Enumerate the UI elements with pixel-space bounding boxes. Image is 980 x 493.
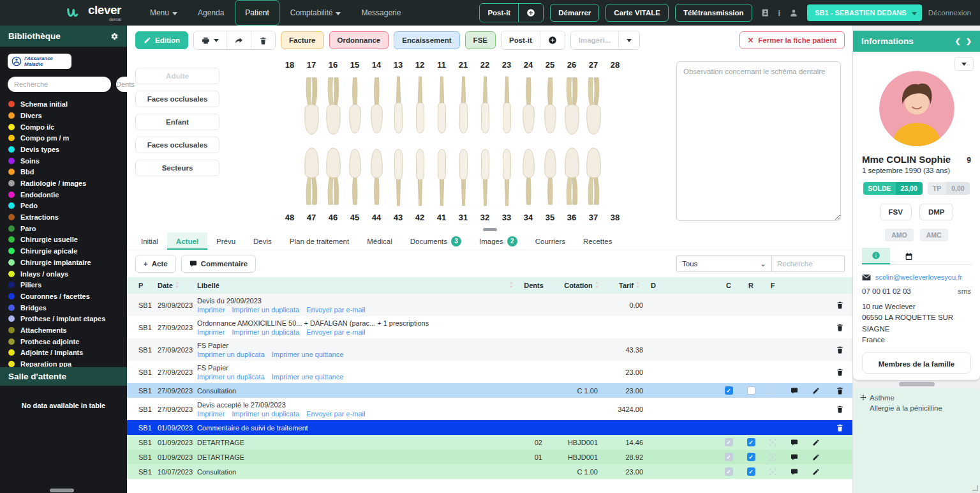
info-icon[interactable]: i — [778, 8, 781, 18]
observation-textarea[interactable] — [676, 61, 841, 221]
dents-button[interactable]: Dents — [116, 77, 135, 92]
view-button-faces-occlusales[interactable]: Faces occlusales — [135, 137, 219, 153]
tooth-32[interactable] — [474, 146, 496, 209]
checkbox-c-disabled[interactable] — [725, 467, 733, 476]
link-envoyer-par-e-mail[interactable]: Envoyer par e-mail — [306, 328, 365, 336]
trash-icon[interactable] — [836, 405, 844, 413]
encaissement-button[interactable]: Encaissement — [394, 31, 459, 49]
checkbox-r-checked[interactable] — [747, 467, 755, 476]
column-header-p[interactable]: P — [127, 282, 149, 289]
sidebar-item-paro[interactable]: Paro — [0, 223, 127, 234]
sidebar-item-chirurgie-implantaire[interactable]: Chirurgie implantaire — [0, 257, 127, 268]
tooth-14[interactable] — [366, 73, 387, 136]
sidebar-item-bbd[interactable]: Bbd — [0, 167, 127, 178]
move-icon[interactable] — [859, 394, 867, 402]
tooth-34[interactable] — [517, 146, 539, 209]
tooth-45[interactable] — [344, 146, 366, 209]
sidebar-item-attachements[interactable]: Attachements — [0, 324, 127, 336]
patient-photo[interactable] — [879, 71, 954, 146]
column-header-libelle[interactable]: Libellé — [191, 282, 516, 289]
teletransmission-button[interactable]: Télétransmission — [675, 4, 752, 22]
sidebar-item-inlays-onlays[interactable]: Inlays / onlays — [0, 268, 127, 280]
pencil-icon[interactable] — [812, 468, 820, 476]
tab-devis[interactable]: Devis — [244, 232, 281, 250]
link-imprimer-une-quittance[interactable]: Imprimer une quittance — [272, 351, 344, 358]
nav-comptabilit[interactable]: Comptabilité — [281, 0, 351, 26]
view-button-enfant[interactable]: Enfant — [135, 114, 219, 130]
link-envoyer-par-e-mail[interactable]: Envoyer par e-mail — [306, 306, 365, 314]
sidebar-item-radiologie-images[interactable]: Radiologie / images — [0, 178, 127, 189]
tab-pr-vu[interactable]: Prévu — [207, 232, 244, 250]
assurance-maladie-badge[interactable]: l'AssuranceMaladie — [8, 54, 71, 69]
tab-calendar[interactable] — [900, 248, 917, 264]
pencil-icon[interactable] — [812, 439, 820, 446]
link-imprimer-un-duplicata[interactable]: Imprimer un duplicata — [197, 351, 265, 358]
tab-m-dical[interactable]: Médical — [358, 232, 401, 250]
table-row[interactable]: SB101/09/2023DETARTRAGE01HBJD00128.92 — [127, 450, 852, 464]
imagerie-caret-button[interactable] — [618, 31, 639, 49]
panel-scrollbar[interactable] — [899, 382, 935, 386]
sidebar-item-extractions[interactable]: Extractions — [0, 211, 127, 223]
table-row[interactable]: SB101/09/2023Commentaire de suivi de tra… — [127, 420, 852, 435]
patient-card-dropdown-button[interactable] — [954, 57, 974, 71]
sidebar-scrollbar[interactable] — [50, 489, 74, 492]
demarrer-button[interactable]: Démarrer — [550, 4, 599, 22]
patient-email-link[interactable]: scolin@wecleverlovesyou.fr — [875, 273, 962, 281]
tooth-12[interactable] — [409, 73, 431, 136]
tooth-43[interactable] — [387, 146, 409, 209]
sidebar-item-chirurgie-apicale[interactable]: Chirurgie apicale — [0, 245, 127, 257]
postit-toolbar-button[interactable]: Post-it — [501, 31, 540, 49]
table-row[interactable]: SB110/07/2023ConsultationC 1.0023.00 — [127, 464, 852, 479]
sidebar-item-divers[interactable]: Divers — [0, 110, 127, 121]
checkbox-r-unchecked[interactable] — [747, 386, 755, 395]
target-icon[interactable] — [768, 467, 777, 476]
table-row[interactable]: SB127/09/2023Devis accepté le 27/09/2023… — [127, 398, 852, 420]
tooth-37[interactable] — [583, 146, 604, 209]
view-button-secteurs[interactable]: Secteurs — [135, 160, 219, 176]
table-row[interactable]: SB127/09/2023FS PapierImprimer un duplic… — [127, 361, 852, 383]
table-row[interactable]: SB127/09/2023FS PapierImprimer un duplic… — [127, 338, 852, 361]
add-acte-button[interactable]: +Acte — [135, 255, 176, 273]
target-icon[interactable] — [768, 438, 777, 447]
trash-icon[interactable] — [836, 368, 844, 376]
column-header-f[interactable]: F — [762, 282, 783, 289]
tooth-42[interactable] — [409, 146, 431, 209]
tooth-38[interactable] — [604, 146, 626, 209]
table-row[interactable]: SB127/09/2023ConsultationC 1.0023.00 — [127, 383, 852, 398]
link-imprimer[interactable]: Imprimer — [197, 328, 225, 336]
sidebar-item-compo-i-c[interactable]: Compo i/c — [0, 121, 127, 133]
tab-documents[interactable]: Documents3 — [401, 232, 470, 250]
sidebar-item-schema-initial[interactable]: Schema initial — [0, 98, 127, 110]
add-commentaire-button[interactable]: Commentaire — [181, 255, 256, 273]
logout-link[interactable]: Déconnexion — [928, 9, 971, 17]
sidebar-item-adjointe-implants[interactable]: Adjointe / implants — [0, 347, 127, 359]
sms-link[interactable]: sms — [958, 287, 971, 295]
carte-vitale-button[interactable]: Carte VITALE — [605, 4, 669, 22]
trash-icon[interactable] — [836, 386, 844, 395]
view-button-adulte[interactable]: Adulte — [135, 68, 219, 84]
trash-icon[interactable] — [836, 345, 844, 354]
chart-scrollbar[interactable] — [483, 228, 497, 231]
print-button[interactable] — [194, 31, 226, 49]
current-user-dropdown[interactable]: SB1 - SEBASTIEN DEDANS — [807, 4, 922, 21]
chevron-right-icon[interactable]: ❯ — [966, 37, 972, 45]
sidebar-item-prothese-implant-etapes[interactable]: Prothese / implant etapes — [0, 313, 127, 324]
checkbox-r-checked[interactable] — [747, 453, 755, 461]
tab-initial[interactable]: Initial — [132, 232, 167, 250]
table-row[interactable]: SB127/09/2023Ordonnance AMOXICILLINE 50.… — [127, 316, 852, 338]
checkbox-c-disabled[interactable] — [725, 453, 733, 461]
speech-bubble-icon[interactable] — [791, 439, 798, 446]
column-header-cotation[interactable]: Cotation — [551, 282, 612, 289]
nav-menu[interactable]: Menu — [140, 0, 187, 26]
tooth-26[interactable] — [561, 73, 583, 136]
speech-bubble-icon[interactable] — [791, 453, 798, 461]
table-row[interactable]: SB101/09/2023DETARTRAGE02HBJD00114.46 — [127, 435, 852, 450]
close-patient-file-button[interactable]: ✕ Fermer la fiche patient — [739, 31, 845, 49]
link-imprimer-une-quittance[interactable]: Imprimer une quittance — [272, 373, 344, 381]
checkbox-c-checked[interactable] — [725, 386, 733, 395]
sidebar-item-bridges[interactable]: Bridges — [0, 302, 127, 314]
library-search-input[interactable] — [8, 77, 111, 92]
tooth-47[interactable] — [301, 146, 322, 209]
table-row[interactable]: SB129/09/2023Devis du 29/09/2023Imprimer… — [127, 294, 852, 316]
link-imprimer-un-duplicata[interactable]: Imprimer un duplicata — [197, 373, 265, 381]
